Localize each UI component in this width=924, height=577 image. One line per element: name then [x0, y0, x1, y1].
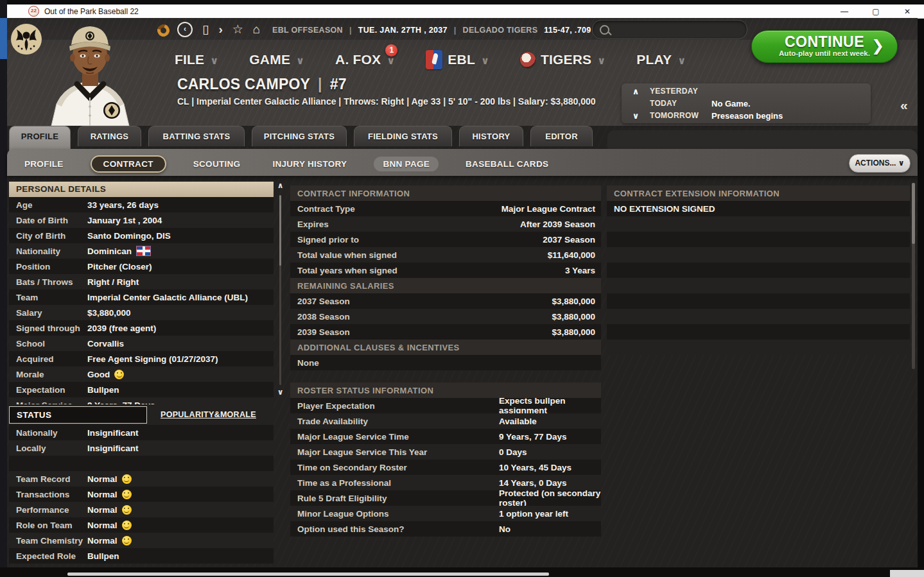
status-label: Performance	[9, 505, 87, 515]
menu-league[interactable]: EBL ∨	[426, 50, 489, 69]
contract-row: 2037 Season $3,880,000	[290, 293, 601, 309]
status-row: Locally Insignificant	[9, 440, 274, 456]
contract-label: Total years when signed	[290, 266, 397, 275]
detail-value: Free Agent Signing (01/27/2037)	[87, 354, 218, 364]
roster-value: 1 option year left	[499, 509, 568, 519]
detail-value: Dominican	[87, 246, 151, 256]
menu-game[interactable]: GAME ∨	[249, 52, 304, 67]
detail-row: Signed through 2039 (free agent)	[9, 320, 274, 336]
tab-ratings[interactable]: RATINGS	[78, 126, 141, 146]
detail-row: Bats / Throws Right / Right	[9, 274, 274, 289]
contract-row: ADDITIONAL CLAUSES & INCENTIVES	[290, 340, 601, 355]
menu-file[interactable]: FILE ∨	[175, 52, 218, 67]
roster-label: Option used this Season?	[290, 524, 405, 534]
contract-value: $3,880,000	[552, 327, 601, 337]
detail-value: Pitcher (Closer)	[87, 262, 152, 271]
scrollbar-thumb[interactable]	[279, 195, 281, 266]
subtab-scouting[interactable]: SCOUTING	[188, 156, 246, 172]
smiley-face-icon	[122, 474, 132, 484]
contract-label: 2038 Season	[290, 312, 350, 322]
tab-editor[interactable]: EDITOR	[530, 126, 593, 146]
roster-row: Trade Availability Available	[290, 413, 601, 429]
maximize-button[interactable]: ▢	[871, 7, 881, 16]
status-row: Role on Team Normal	[9, 517, 274, 533]
tab-profile[interactable]: PROFILE	[9, 126, 71, 151]
contract-row: Contract Type Major League Contract	[290, 201, 601, 216]
contract-row: CONTRACT INFORMATION	[290, 185, 601, 201]
roster-label: Minor League Options	[290, 509, 389, 519]
schedule-up-arrow[interactable]: ∧	[632, 87, 640, 96]
extension-row	[607, 340, 910, 355]
detail-row: Salary $3,880,000	[9, 305, 274, 320]
player-name: CARLOS CAMPOY	[177, 76, 310, 92]
close-button[interactable]: ✕	[902, 7, 912, 16]
desktop-edge-accent	[0, 18, 7, 59]
tab-batting-stats[interactable]: BATTING STATS	[148, 126, 245, 146]
continue-arrow-icon: ❯	[871, 37, 884, 55]
back-icon[interactable]: ‹	[177, 22, 193, 37]
search-icon	[600, 25, 609, 35]
schedule-down-arrow[interactable]: ∨	[632, 111, 640, 121]
menu-team[interactable]: TIGERS ∨	[520, 52, 606, 67]
extension-scrollbar-thumb[interactable]	[912, 183, 915, 244]
detail-value: Santo Domingo, DIS	[87, 231, 171, 241]
popularity-morale-link[interactable]: POPULARITY&MORALE	[161, 410, 256, 419]
detail-row: Nationality Dominican	[9, 243, 274, 259]
subtab-profile[interactable]: PROFILE	[19, 156, 69, 172]
actions-button[interactable]: ACTIONS... ∨	[849, 154, 911, 173]
status-value: Insignificant	[87, 428, 139, 438]
menu-manager[interactable]: A. FOX ∨ 1	[335, 52, 395, 67]
status-value: Normal	[87, 490, 132, 499]
detail-label: Team	[9, 293, 87, 302]
section-header: CONTRACT INFORMATION	[290, 189, 410, 198]
tab-history[interactable]: HISTORY	[459, 126, 523, 146]
smiley-face-icon	[122, 490, 132, 499]
subtab-bnn-page[interactable]: BNN PAGE	[374, 157, 439, 171]
tab-pitching-stats[interactable]: PITCHING STATS	[252, 126, 347, 146]
contract-value: $3,880,000	[552, 297, 601, 306]
stop-icon[interactable]: ▯	[202, 22, 209, 37]
scroll-up-arrow[interactable]: ∧	[275, 181, 285, 190]
status-label: Expected Role	[9, 551, 87, 561]
chevron-down-icon: ∨	[677, 53, 686, 67]
subtab-contract[interactable]: CONTRACT	[91, 155, 166, 173]
detail-value: $3,880,000	[87, 308, 131, 318]
detail-row: Expectation Bullpen	[9, 382, 274, 397]
search-input[interactable]	[609, 25, 747, 34]
chevron-down-icon: ∨	[296, 53, 304, 67]
roster-status-panel: ROSTER STATUS INFORMATION Player Expecta…	[290, 383, 601, 537]
scroll-down-arrow[interactable]: ∨	[275, 388, 285, 397]
contract-row: Total value when signed $11,640,000	[290, 247, 601, 263]
detail-row: Morale Good	[9, 366, 274, 382]
chevron-down-icon: ∨	[210, 53, 218, 67]
detail-label: Salary	[9, 308, 87, 318]
subtab-injury-history[interactable]: INJURY HISTORY	[267, 156, 352, 172]
continue-button[interactable]: CONTINUE ❯ Auto-play until next week.	[751, 30, 898, 63]
detail-label: Morale	[9, 370, 87, 379]
status-value: Normal	[87, 474, 132, 484]
contract-label: Total value when signed	[290, 250, 397, 260]
contract-label: Contract Type	[290, 204, 355, 214]
forward-icon[interactable]: ›	[218, 22, 222, 37]
schedule-value: No Game.	[711, 99, 871, 108]
detail-label: Signed through	[9, 323, 87, 333]
player-portrait	[37, 19, 143, 128]
status-label: Nationally	[9, 428, 87, 438]
collapse-panel-icon[interactable]: «	[900, 98, 908, 113]
menu-play[interactable]: PLAY ∨	[636, 52, 686, 67]
favorites-icon[interactable]: ☆	[232, 22, 243, 37]
tab-fielding-stats[interactable]: FIELDING STATS	[354, 126, 452, 146]
roster-label: Player Expectation	[290, 401, 375, 411]
minimize-button[interactable]: —	[839, 7, 850, 16]
subtab-baseball-cards[interactable]: BASEBALL CARDS	[460, 156, 554, 172]
roster-row: Player Expectation Expects bullpen assig…	[290, 398, 601, 413]
contract-value: $3,880,000	[552, 312, 601, 322]
roster-row: Major League Service Time 9 Years, 77 Da…	[290, 429, 601, 444]
contract-info-panel: CONTRACT INFORMATION Contract Type Major…	[290, 185, 601, 370]
contract-value: Major League Contract	[501, 204, 601, 214]
contract-row: 2038 Season $3,880,000	[290, 309, 601, 324]
home-icon[interactable]: ⌂	[253, 22, 260, 37]
contract-row: None	[290, 355, 601, 370]
detail-label: Nationality	[9, 246, 87, 256]
status-label: Team Record	[9, 474, 87, 484]
